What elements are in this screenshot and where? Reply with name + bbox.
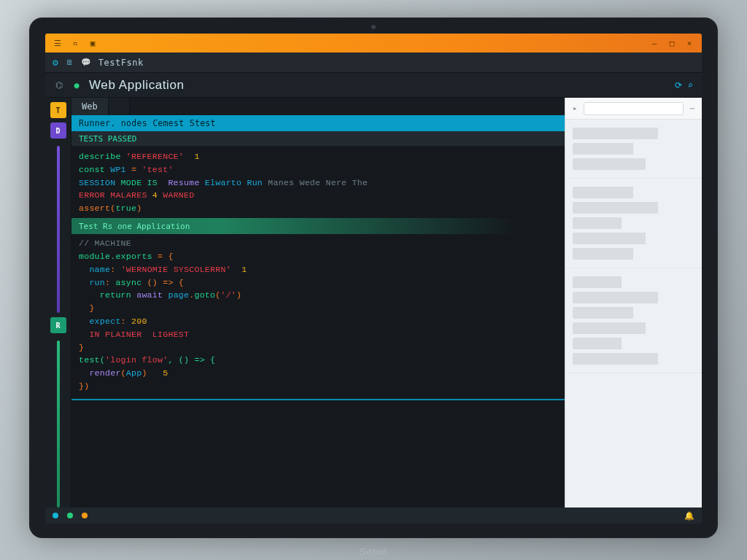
run-banner-text: Runner. nodes Cemest Stest (79, 118, 216, 128)
page-title: Web Application (89, 78, 185, 93)
side-item[interactable] (573, 233, 694, 244)
chat-icon[interactable]: 💬 (81, 58, 91, 67)
status-banner: TESTS PASSED (71, 131, 565, 146)
menu-icon[interactable]: ☰ (53, 38, 63, 48)
code-line: ERROR MALARES 4 WARNED (79, 189, 557, 202)
activity-tag-tests[interactable]: T (50, 102, 66, 118)
code-line: name: 'WERNOMIE SYSCOLERRN' 1 (79, 263, 557, 276)
side-item[interactable] (573, 322, 694, 334)
side-item[interactable] (573, 353, 694, 365)
side-panel-header: ▸ ⋯ (565, 98, 702, 120)
status-dot-connection (53, 513, 58, 518)
page-header: ⌬ ● Web Application ⟳ ⌕ (45, 73, 702, 98)
code-line: } (79, 341, 557, 354)
side-item[interactable] (573, 276, 694, 288)
gutter-stripe-purple (57, 146, 60, 313)
side-item[interactable] (573, 307, 694, 319)
dot-icon: ● (71, 80, 82, 90)
side-item[interactable] (573, 143, 694, 155)
side-item[interactable] (573, 217, 694, 229)
side-section-3 (565, 268, 702, 373)
tree-icon[interactable]: ⌬ (54, 80, 64, 90)
editor-column: Web Runner. nodes Cemest Stest TESTS PAS… (71, 98, 565, 508)
save-icon[interactable]: ▫ (70, 38, 80, 48)
activity-tag-debug[interactable]: D (50, 122, 66, 139)
desk-scene: ☰ ▫ ▣ – □ × ⚙ 🗎 💬 TestFsnk ⌬ ● Web Appli… (0, 0, 747, 560)
code-editor[interactable]: describe 'REFERENCE' 1const WP1 = 'test'… (71, 146, 565, 508)
side-item[interactable] (573, 292, 694, 303)
activity-tag-run[interactable]: R (50, 317, 66, 333)
run-banner: Runner. nodes Cemest Stest (71, 115, 565, 131)
section-divider-label: Test Rs one Application (79, 220, 190, 233)
status-bar: 🔔 (45, 508, 702, 524)
rule-cyan (71, 399, 565, 400)
side-item[interactable] (573, 128, 694, 139)
side-search-input[interactable] (584, 102, 684, 115)
tab-web[interactable]: Web (71, 98, 109, 115)
side-item[interactable] (573, 187, 694, 198)
code-line: render(App) 5 (79, 367, 557, 380)
side-item[interactable] (573, 248, 694, 260)
code-line: // MACHINE (79, 237, 557, 250)
window-titlebar: ☰ ▫ ▣ – □ × (45, 34, 702, 52)
status-dot-pass (67, 513, 73, 518)
webcam-dot (371, 25, 376, 29)
gutter-stripe-green (57, 341, 60, 508)
settings-icon[interactable]: ⚙ (53, 57, 58, 68)
header-actions: ⟳ ⌕ (675, 80, 693, 90)
file-icon[interactable]: 🗎 (66, 58, 74, 67)
side-item[interactable] (573, 158, 694, 170)
activity-bar: T D R (45, 98, 71, 508)
side-panel: ▸ ⋯ (565, 98, 702, 508)
maximize-icon[interactable]: □ (667, 38, 677, 48)
status-bell-icon[interactable]: 🔔 (684, 511, 694, 521)
laptop-brand: Sebot (360, 546, 388, 557)
sync-icon[interactable]: ⟳ (675, 80, 682, 90)
side-item[interactable] (573, 338, 694, 349)
toolbar: ⚙ 🗎 💬 TestFsnk (45, 52, 702, 73)
code-line: } (79, 302, 557, 315)
code-line: SESSION MODE IS Resume Elwarto Run Manes… (79, 176, 557, 190)
tab-secondary[interactable] (109, 98, 130, 115)
code-line: run: async () => { (79, 276, 557, 289)
code-line: IN PLAINER LIGHEST (79, 328, 557, 341)
code-line: return await page.goto('/') (79, 289, 557, 302)
code-line: assert(true) (79, 202, 557, 215)
open-icon[interactable]: ▣ (88, 38, 98, 48)
code-line: expect: 200 (79, 315, 557, 328)
close-icon[interactable]: × (684, 38, 694, 48)
code-line: describe 'REFERENCE' 1 (79, 150, 557, 163)
code-line: test('login flow', () => { (79, 354, 557, 367)
minimize-icon[interactable]: – (649, 38, 659, 48)
side-item[interactable] (573, 202, 694, 214)
laptop-bezel: ☰ ▫ ▣ – □ × ⚙ 🗎 💬 TestFsnk ⌬ ● Web Appli… (29, 18, 718, 538)
breadcrumb: TestFsnk (98, 58, 144, 68)
editor-tabs: Web (71, 98, 565, 115)
section-divider: Test Rs one Application (71, 218, 565, 234)
side-section-1 (565, 120, 702, 179)
code-line: module.exports = { (79, 250, 557, 263)
search-header-icon[interactable]: ⌕ (688, 80, 693, 90)
panel-collapse-icon[interactable]: ▸ (573, 104, 578, 113)
tab-web-label: Web (82, 101, 98, 112)
status-dot-warn (82, 513, 88, 518)
code-line: }) (79, 380, 557, 393)
side-section-2 (565, 179, 702, 268)
status-banner-text: TESTS PASSED (79, 134, 136, 144)
workspace: T D R Web Runner. nodes Cemest Stest TES… (45, 98, 702, 508)
code-line: const WP1 = 'test' (79, 163, 557, 176)
panel-more-icon[interactable]: ⋯ (689, 104, 694, 113)
